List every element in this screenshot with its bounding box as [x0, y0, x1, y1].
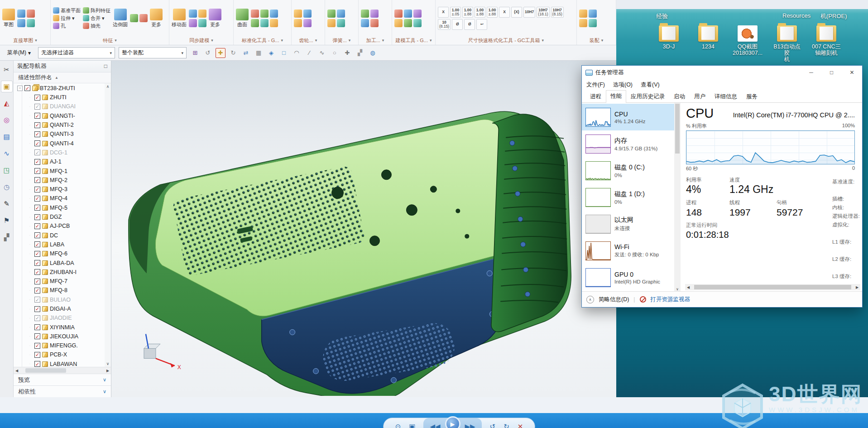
perf-list-item[interactable]: CPU 4% 1.24 GHz — [582, 104, 674, 130]
tree-hscrollbar[interactable]: ◀ ▶ — [14, 367, 111, 374]
dimension-format-button[interactable]: 10H7 — [523, 7, 535, 18]
menu-button[interactable]: 菜单(M)▾ — [4, 48, 34, 58]
collapse-icon[interactable]: ∧ — [586, 296, 594, 303]
tree-row[interactable]: −· ✓ AJ-1 — [14, 157, 111, 166]
tree-row[interactable]: −· ✓ MFQ-7 — [14, 277, 111, 286]
draft-icon[interactable] — [139, 14, 148, 22]
tree-expander[interactable]: −· — [27, 260, 33, 266]
tree-expander[interactable]: −· — [27, 251, 33, 256]
dimension-format-button[interactable]: 1.00±.88 — [475, 7, 485, 18]
checkbox[interactable]: ✓ — [34, 95, 40, 101]
extrude-button[interactable]: 拉伸▾ — [53, 15, 81, 22]
tab[interactable]: 启动 — [669, 91, 690, 102]
desktop-shortcut[interactable]: 007 CNC三轴雕刻机 — [811, 25, 841, 63]
toolbar-icon[interactable]: ↻ — [228, 48, 238, 58]
previous-icon[interactable]: ◀◀ — [430, 423, 440, 428]
machining-icon[interactable] — [361, 19, 369, 27]
checkbox[interactable]: ✓ — [34, 315, 40, 321]
checkbox[interactable]: ✓ — [34, 324, 40, 330]
tree-row[interactable]: −· ✓ MFQ-5 — [14, 203, 111, 212]
dimension-format-button[interactable]: 1.00±.88 — [462, 7, 473, 18]
assembly-icon[interactable] — [589, 10, 597, 18]
resource-bar-icon[interactable]: ▣ — [1, 81, 12, 92]
tree-expander[interactable]: −· — [27, 104, 33, 109]
resource-bar-icon[interactable]: ◷ — [1, 182, 12, 192]
tree-row[interactable]: −· ✓ LABA-DA — [14, 258, 111, 267]
menu-item[interactable]: 文件(F) — [586, 81, 605, 89]
tree-expander[interactable]: −· — [27, 223, 33, 229]
spring-icon[interactable] — [327, 10, 336, 18]
tree-expander[interactable]: −· — [27, 297, 33, 303]
tree-row[interactable]: −· ✓ BULIAO — [14, 295, 111, 304]
tree-row[interactable]: −· ✓ JIEKOUJIA — [14, 332, 111, 341]
checkbox[interactable]: ✓ — [34, 104, 40, 110]
shell-button[interactable]: 抽壳 — [83, 23, 110, 29]
tree-row[interactable]: −· ✓ XIYINMIA — [14, 322, 111, 332]
play-button[interactable]: ▶ — [445, 416, 460, 428]
dimension-format-button[interactable]: 1.00±.05 — [450, 7, 461, 18]
tool-icon[interactable] — [251, 19, 259, 27]
checkbox[interactable]: ✓ — [34, 251, 40, 257]
tab[interactable]: 用户 — [690, 91, 710, 102]
checkbox[interactable]: ✓ — [34, 297, 40, 303]
resource-bar-icon[interactable]: ✂ — [1, 64, 12, 75]
assembly-icon[interactable] — [579, 19, 587, 27]
checkbox[interactable]: ✓ — [34, 205, 40, 211]
navigator-column-header[interactable]: 描述性部件名 ▲ — [14, 72, 111, 83]
close-icon[interactable]: ✕ — [518, 423, 523, 428]
resource-bar-icon[interactable]: ⚑ — [1, 215, 12, 226]
modeling-tool-icon[interactable] — [413, 10, 422, 18]
desktop-shortcut[interactable]: 3D-J — [654, 25, 684, 63]
title-bar[interactable]: 任务管理器 ─ □ ✕ — [582, 66, 862, 79]
add-component-icon[interactable] — [579, 10, 587, 18]
spring-icon[interactable] — [337, 19, 345, 27]
tree-expander[interactable]: −· — [27, 159, 33, 164]
modeling-tool-icon[interactable] — [394, 19, 403, 27]
dimension-format-button[interactable]: X — [438, 7, 449, 18]
desktop-shortcut-label[interactable]: Resources — [782, 12, 810, 19]
toolbar-icon[interactable]: ✚ — [342, 48, 352, 58]
modeling-tool-icon[interactable] — [404, 19, 412, 27]
resource-bar-icon[interactable]: ◳ — [1, 165, 12, 176]
tree-row[interactable]: −· ✓ AJ-PCB — [14, 221, 111, 231]
tree-row[interactable]: −· ✓ QIANTI-2 — [14, 120, 111, 130]
tree-expander[interactable]: −· — [27, 361, 33, 367]
move-face-button[interactable]: 移动面 — [172, 9, 187, 28]
tab[interactable]: 进程 — [585, 91, 606, 102]
tree-expander[interactable]: −· — [27, 306, 33, 312]
preview-section[interactable]: 预览 ∨ — [14, 374, 111, 385]
tool-icon[interactable] — [260, 19, 269, 27]
spring-icon[interactable] — [337, 10, 345, 18]
tree-row[interactable]: −· ✓ QIANTI-3 — [14, 130, 111, 139]
gear-icon[interactable] — [303, 19, 312, 27]
checkbox[interactable]: ✓ — [34, 149, 40, 155]
dropdown-icon[interactable]: ▾ — [35, 38, 37, 43]
tool-icon[interactable] — [270, 10, 278, 18]
dimension-format-button[interactable]: 10H7(8.15) — [551, 7, 564, 18]
scroll-right-icon[interactable]: ▶ — [105, 369, 111, 373]
toolbar-icon[interactable]: ▦ — [254, 48, 264, 58]
checkbox[interactable]: ✓ — [34, 269, 40, 275]
checkbox[interactable]: ✓ — [24, 85, 30, 91]
tree-row[interactable]: −· ✓ MIFENGG. — [14, 341, 111, 350]
tree-expander[interactable]: −· — [27, 205, 33, 211]
resource-bar-icon[interactable]: ✎ — [1, 198, 12, 209]
spring-icon[interactable] — [327, 19, 336, 27]
dimension-format-button[interactable]: 10(8.15) — [438, 19, 451, 30]
replace-face-icon[interactable] — [189, 19, 197, 27]
feature-more-button[interactable]: 更多 — [150, 9, 163, 28]
checkbox[interactable]: ✓ — [34, 333, 40, 339]
tree-expander[interactable]: −· — [27, 352, 33, 357]
resource-bar-icon[interactable]: ◎ — [1, 115, 12, 125]
scroll-right-icon[interactable]: ▶ — [854, 285, 860, 289]
checkbox[interactable]: ✓ — [34, 288, 40, 293]
tree-scrollbar[interactable]: ∧ ∨ — [105, 83, 111, 367]
checkbox[interactable]: ✓ — [34, 279, 40, 284]
dimension-format-button[interactable]: (X) — [511, 7, 522, 18]
desktop-shortcut[interactable]: QQ截图20180307... — [733, 25, 762, 63]
toolbar-icon[interactable]: ∿ — [317, 48, 327, 58]
tree-expander[interactable]: −· — [27, 196, 33, 201]
checkbox[interactable]: ✓ — [34, 214, 40, 220]
redo-icon[interactable]: ↻ — [504, 423, 509, 428]
datum-plane-button[interactable]: 基准平面 — [53, 7, 81, 14]
